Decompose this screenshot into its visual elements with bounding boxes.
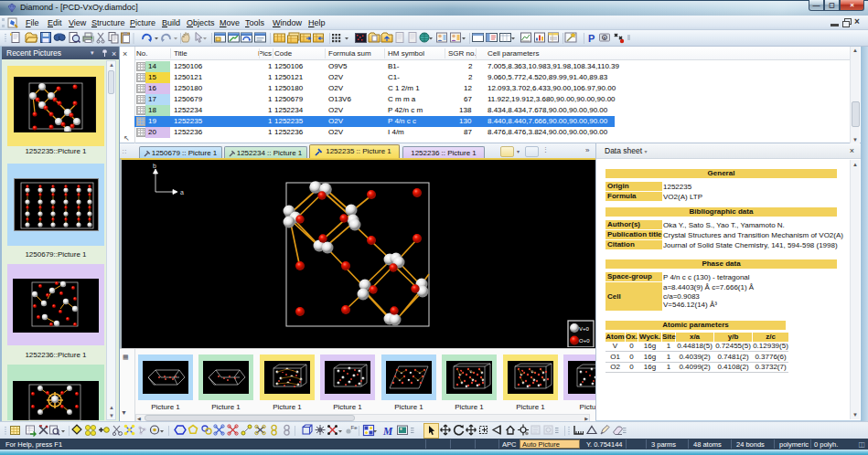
svg-text:O+0: O+0 bbox=[579, 338, 590, 344]
svg-text:P: P bbox=[588, 33, 595, 44]
svg-text:V+0: V+0 bbox=[579, 326, 590, 332]
svg-text:Fe: Fe bbox=[351, 425, 359, 430]
svg-text:M: M bbox=[382, 426, 393, 437]
svg-text:b: b bbox=[153, 163, 156, 169]
svg-text:a: a bbox=[180, 189, 184, 196]
